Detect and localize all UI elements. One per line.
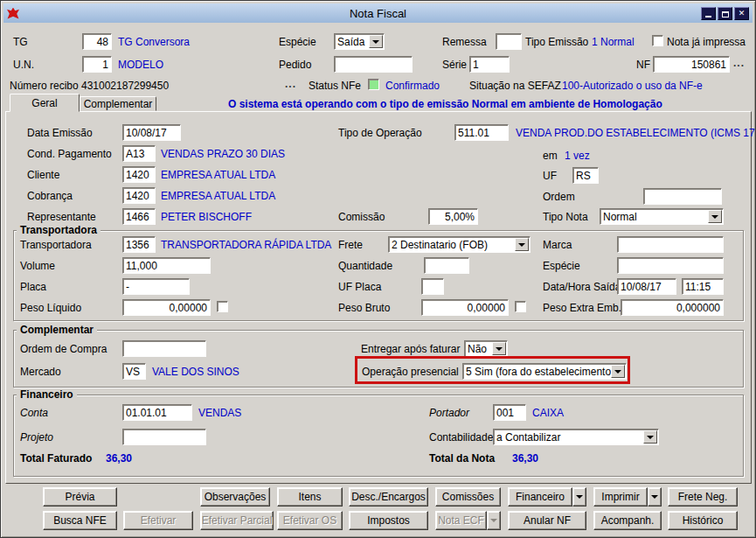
comissao-label: Comissão <box>338 211 385 223</box>
cond-pagamento-field[interactable]: A13 <box>122 145 156 162</box>
dropdown-arrow-icon[interactable] <box>492 342 506 355</box>
cond-pagamento-label: Cond. Pagamento <box>27 148 112 160</box>
conta-field[interactable]: 01.01.01 <box>122 404 192 421</box>
busca-nfe-button[interactable]: Busca NFE <box>43 511 117 530</box>
financeiro-button[interactable]: Financeiro <box>508 487 572 507</box>
historico-button[interactable]: Histórico <box>668 511 738 530</box>
recibo-more-button[interactable]: ... <box>285 78 296 90</box>
dropdown-arrow-icon[interactable] <box>515 238 529 251</box>
transportadora-legend: Transportadora <box>17 224 101 236</box>
uf-label: UF <box>543 170 557 182</box>
mercado-field[interactable]: VS <box>122 363 146 380</box>
marca-label: Marca <box>543 239 572 251</box>
volume-label: Volume <box>20 260 55 272</box>
itens-button[interactable]: Itens <box>277 487 343 507</box>
imprimir-dropdown-button[interactable] <box>648 487 662 507</box>
contabilidade-select[interactable]: a Contabilizar <box>493 429 659 445</box>
nf-more-button[interactable]: ... <box>733 57 745 69</box>
remessa-field[interactable] <box>496 33 522 50</box>
portador-field[interactable]: 001 <box>493 404 526 421</box>
efetivar-button: Efetivar <box>123 511 193 530</box>
transportadora-field[interactable]: 1356 <box>122 236 156 253</box>
frete-neg-button[interactable]: Frete Neg. <box>668 487 738 507</box>
acompanh-button[interactable]: Acompanh. <box>593 511 662 530</box>
dropdown-arrow-icon <box>576 495 583 499</box>
minimize-button[interactable] <box>701 7 716 20</box>
anular-nf-button[interactable]: Anular NF <box>508 511 586 530</box>
representante-label: Representante <box>27 211 96 223</box>
dropdown-arrow-icon <box>651 495 658 499</box>
tab-geral[interactable]: Geral <box>10 94 80 112</box>
nota-ja-impressa-label: Nota já impressa <box>667 36 746 48</box>
ordem-field[interactable] <box>643 188 722 205</box>
projeto-field[interactable] <box>122 429 206 445</box>
pedido-field[interactable] <box>334 56 413 73</box>
nota-ja-impressa-checkbox[interactable] <box>652 35 663 46</box>
peso-bruto-checkbox[interactable] <box>515 301 526 312</box>
especie-label: Espécie <box>279 36 316 48</box>
dropdown-arrow-icon[interactable] <box>643 430 657 444</box>
representante-field[interactable]: 1466 <box>122 208 156 225</box>
serie-field[interactable]: 1 <box>469 56 510 73</box>
total-faturado-value: 36,30 <box>106 452 132 465</box>
ordem-compra-field[interactable] <box>122 340 206 357</box>
uf-placa-field[interactable] <box>421 278 444 295</box>
nota-ecf-button: Nota ECF <box>435 511 487 530</box>
observacoes-button[interactable]: Observações <box>200 487 270 507</box>
peso-extra-label: Peso Extra Emb. <box>543 302 621 314</box>
mercado-label: Mercado <box>20 366 61 378</box>
dropdown-arrow-icon[interactable] <box>708 210 722 223</box>
minimize-icon <box>705 16 711 17</box>
dropdown-arrow-icon[interactable] <box>369 35 383 48</box>
titlebar[interactable]: Nota Fiscal ✕ <box>3 3 753 23</box>
frete-label: Frete <box>338 239 363 251</box>
nota-ecf-dropdown-button <box>487 511 501 530</box>
quantidade-field[interactable] <box>424 257 469 274</box>
cliente-field[interactable]: 1420 <box>122 166 156 183</box>
uf-field[interactable]: RS <box>572 167 599 184</box>
volume-field[interactable]: 11,000 <box>122 257 211 274</box>
comissao-field[interactable]: 5,00% <box>428 208 478 225</box>
frete-select[interactable]: 2 Destinatario (FOB) <box>388 236 531 253</box>
tg-field[interactable]: 48 <box>82 33 112 50</box>
comissoes-button[interactable]: Comissões <box>435 487 501 507</box>
saida-date-field[interactable]: 10/08/17 <box>617 278 676 295</box>
especie-emb-label: Espécie <box>543 260 580 272</box>
maximize-button[interactable] <box>718 7 732 20</box>
peso-extra-field[interactable]: 0,000000 <box>621 299 724 316</box>
tipo-operacao-field[interactable]: 511.01 <box>454 124 509 141</box>
total-da-nota-label: Total da Nota <box>429 452 495 465</box>
tipo-operacao-desc: VENDA PROD.DO ESTABELECIMENTO (ICMS 17%) <box>516 127 756 139</box>
numero-recibo-value: 431002187299450 <box>81 80 169 92</box>
cobranca-label: Cobrança <box>27 190 73 202</box>
especie-emb-field[interactable] <box>617 257 724 274</box>
impostos-button[interactable]: Impostos <box>349 511 428 530</box>
financeiro-dropdown-button[interactable] <box>572 487 586 507</box>
desc-encargos-button[interactable]: Desc./Encargos <box>349 487 428 507</box>
marca-field[interactable] <box>617 236 724 253</box>
total-da-nota-value: 36,30 <box>512 452 538 465</box>
data-emissao-field[interactable]: 10/08/17 <box>122 124 181 141</box>
contabilidade-label: Contabilidade <box>429 431 493 444</box>
entregar-apos-faturar-select[interactable]: Não <box>464 340 508 357</box>
tg-label: TG <box>13 36 28 48</box>
tab-complementar[interactable]: Complementar <box>80 96 156 111</box>
contabilidade-value: a Contabilizar <box>496 431 560 444</box>
tg-desc: TG Conversora <box>118 36 190 48</box>
highlight-box <box>355 356 630 384</box>
saida-time-field[interactable]: 11:15 <box>682 278 724 295</box>
previa-button[interactable]: Prévia <box>43 487 117 507</box>
peso-liquido-checkbox[interactable] <box>217 301 228 312</box>
peso-liquido-field[interactable]: 0,00000 <box>122 299 211 316</box>
peso-bruto-field[interactable]: 0,00000 <box>421 299 509 316</box>
un-field[interactable]: 1 <box>82 56 112 73</box>
frete-value: 2 Destinatario (FOB) <box>392 239 488 251</box>
especie-select[interactable]: Saída <box>334 33 385 50</box>
close-button[interactable]: ✕ <box>734 7 749 20</box>
portador-label: Portador <box>429 407 469 419</box>
tipo-nota-select[interactable]: Normal <box>600 208 724 225</box>
imprimir-button[interactable]: Imprimir <box>593 487 648 507</box>
cobranca-field[interactable]: 1420 <box>122 187 156 204</box>
nf-field[interactable]: 150861 <box>653 56 730 73</box>
placa-field[interactable]: - <box>122 278 190 295</box>
